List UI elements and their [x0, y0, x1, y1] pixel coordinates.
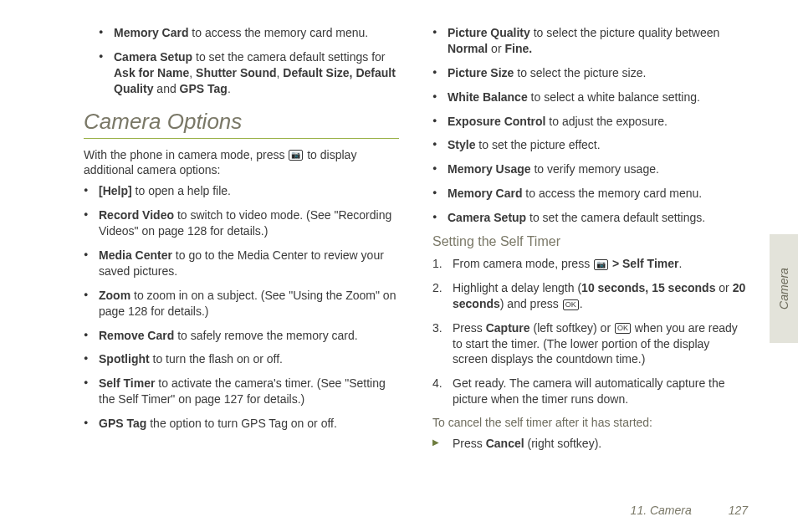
footer-chapter: 11. Camera [631, 504, 692, 517]
list-item: Media Center to go to the Media Center t… [84, 248, 399, 279]
carryover-bullets: Memory Card to access the memory card me… [84, 25, 399, 97]
cancel-lead: To cancel the self timer after it has st… [432, 416, 748, 429]
section-heading: Camera Options [84, 109, 399, 135]
list-item: Press Cancel (right softkey). [432, 436, 748, 452]
list-item: White Balance to select a white balance … [432, 90, 748, 105]
subsection-heading: Setting the Self Timer [432, 234, 748, 249]
list-item: Picture Quality to select the picture qu… [432, 25, 748, 57]
cancel-list: Press Cancel (right softkey). [432, 436, 748, 452]
list-item: Press Capture (left softkey) or OK when … [432, 320, 748, 368]
list-item: Style to set the picture effect. [432, 137, 748, 153]
footer-page-number: 127 [729, 504, 748, 517]
camera-options-list-left: [Help] to open a help file.Record Video … [84, 183, 399, 432]
camera-options-list-right: Picture Quality to select the picture qu… [432, 25, 748, 226]
list-item: Camera Setup to set the camera default s… [432, 210, 748, 226]
list-item: Memory Usage to verify memory usage. [432, 161, 748, 177]
camera-icon: 📷 [594, 259, 608, 270]
page-footer: 11. Camera 127 [631, 504, 748, 517]
section-tab-label: Camera [777, 268, 790, 309]
list-item: Zoom to zoom in on a subject. (See "Usin… [84, 288, 399, 320]
list-item: Spotlight to turn the flash on or off. [84, 351, 399, 367]
list-item: From camera mode, press 📷 > Self Timer. [432, 256, 748, 272]
left-column: Memory Card to access the memory card me… [84, 25, 399, 460]
list-item: Camera Setup to set the camera default s… [84, 49, 399, 97]
section-tab: Camera [770, 234, 798, 343]
list-item: Memory Card to access the memory card me… [84, 25, 399, 41]
list-item: Record Video to switch to video mode. (S… [84, 207, 399, 239]
list-item: Exposure Control to adjust the exposure. [432, 114, 748, 130]
list-item: [Help] to open a help file. [84, 183, 399, 199]
ok-icon: OK [563, 299, 579, 310]
camera-icon: 📷 [289, 150, 303, 161]
list-item: Memory Card to access the memory card me… [432, 186, 748, 202]
right-column: Picture Quality to select the picture qu… [432, 25, 748, 460]
ok-icon: OK [615, 323, 631, 334]
page: Memory Card to access the memory card me… [0, 0, 798, 468]
list-item: GPS Tag the option to turn GPS Tag on or… [84, 416, 399, 432]
list-item: Self Timer to activate the camera's time… [84, 376, 399, 407]
list-item: Highlight a delay length (10 seconds, 15… [432, 280, 748, 312]
section-rule [84, 138, 399, 139]
section-intro: With the phone in camera mode, press 📷 t… [84, 147, 399, 179]
list-item: Get ready. The camera will automatically… [432, 376, 748, 407]
list-item: Picture Size to select the picture size. [432, 65, 748, 81]
list-item: Remove Card to safely remove the memory … [84, 328, 399, 344]
self-timer-steps: From camera mode, press 📷 > Self Timer.H… [432, 256, 748, 407]
